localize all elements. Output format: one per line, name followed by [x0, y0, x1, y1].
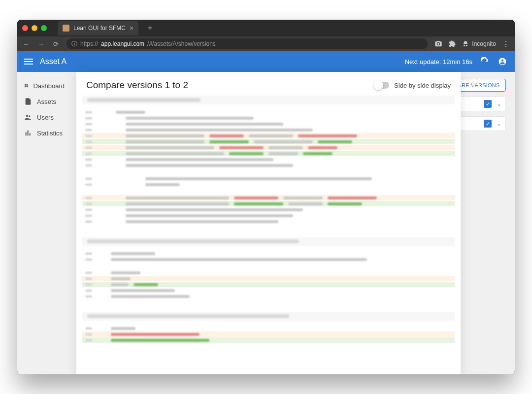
maximize-window-dot[interactable] [41, 25, 47, 31]
sidebar-item-dashboard[interactable]: Dashboard [17, 78, 71, 94]
tab-title: Lean GUI for SFMC [73, 25, 126, 32]
sidebar-label: Assets [37, 98, 56, 105]
minimize-window-dot[interactable] [32, 25, 37, 31]
diff-line [82, 163, 455, 168]
diff-lines [82, 251, 455, 299]
reload-button[interactable]: ⟳ [52, 40, 60, 48]
svg-rect-1 [27, 84, 28, 85]
checkbox-checked[interactable]: ✓ [484, 120, 492, 128]
browser-toolbar: ← → ⟳ ⓘ https://app.leangui.com/#/assets… [17, 36, 515, 51]
page-title: Asset A [40, 57, 66, 66]
new-tab-button[interactable]: + [144, 23, 156, 33]
sidebar-item-statistics[interactable]: Statistics [17, 125, 71, 141]
diff-line-removed [82, 276, 455, 281]
diff-lines [82, 326, 455, 343]
svg-rect-6 [26, 132, 27, 136]
compare-versions-modal: ✕ Compare versions 1 to 2 Side by side d… [76, 72, 461, 374]
url-path: /#/assets/A/show/versions [147, 40, 216, 47]
extensions-icon[interactable] [448, 40, 456, 48]
app-content: Dashboard Assets Users Statistics ARE VE… [17, 72, 515, 374]
address-bar[interactable]: ⓘ https://app.leangui.com/#/assets/A/sho… [66, 38, 428, 49]
browser-right-controls: Incognito ⋮ [434, 39, 510, 49]
svg-rect-3 [25, 86, 26, 87]
modal-header: Compare versions 1 to 2 Side by side dis… [76, 72, 461, 96]
window-controls [22, 25, 47, 31]
svg-rect-0 [25, 84, 26, 86]
svg-rect-2 [27, 85, 28, 87]
browser-tabstrip: Lean GUI for SFMC × + [17, 20, 515, 36]
diff-line-added [82, 151, 455, 156]
menu-icon[interactable] [24, 59, 33, 65]
next-update-label: Next update: 12min 16s [405, 58, 472, 66]
sidebar: Dashboard Assets Users Statistics [17, 72, 71, 374]
url-host: app.leangui.com [101, 40, 144, 47]
sidebar-item-users[interactable]: Users [17, 109, 71, 125]
sidebar-label: Statistics [37, 130, 63, 137]
diff-line-removed [82, 195, 455, 200]
diff-line-removed [82, 145, 455, 150]
close-window-dot[interactable] [22, 25, 28, 31]
camera-icon[interactable] [434, 40, 442, 48]
diff-line-removed [82, 133, 455, 138]
account-icon[interactable] [497, 56, 508, 67]
diff-line [82, 257, 455, 262]
diff-line [82, 251, 455, 256]
diff-hunk-header [82, 96, 455, 104]
diff-line-added [82, 139, 455, 144]
diff-line [82, 207, 455, 212]
app-topbar: Asset A Next update: 12min 16s [17, 51, 515, 72]
sidebar-label: Dashboard [33, 82, 65, 90]
checkbox-checked[interactable]: ✓ [484, 100, 492, 108]
diff-line [82, 176, 455, 181]
browser-window: Lean GUI for SFMC × + ← → ⟳ ⓘ https://ap… [17, 20, 515, 374]
browser-tab[interactable]: Lean GUI for SFMC × [58, 21, 138, 35]
diff-line-added [82, 201, 455, 206]
close-icon[interactable]: ✕ [471, 75, 482, 90]
diff-line-added [82, 282, 455, 287]
svg-rect-7 [28, 131, 29, 136]
diff-line [82, 219, 455, 224]
svg-point-5 [29, 115, 30, 117]
side-by-side-toggle[interactable]: Side by side display [374, 82, 451, 89]
incognito-indicator[interactable]: Incognito [462, 40, 496, 47]
back-button[interactable]: ← [22, 40, 30, 48]
browser-menu-icon[interactable]: ⋮ [502, 39, 510, 49]
diff-line [82, 270, 455, 275]
diff-line [82, 127, 455, 132]
diff-line [82, 326, 455, 331]
svg-rect-8 [30, 133, 31, 136]
refresh-button[interactable] [479, 56, 490, 67]
tab-favicon [63, 25, 69, 32]
chevron-down-icon[interactable]: ⌄ [497, 100, 501, 107]
diff-line [82, 294, 455, 299]
diff-line [82, 157, 455, 162]
diff-line-added [82, 337, 455, 343]
toggle-label: Side by side display [394, 82, 451, 89]
url-scheme: https:// [80, 40, 98, 47]
diff-line [82, 213, 455, 218]
diff-line-removed [82, 331, 455, 337]
diff-line [82, 288, 455, 293]
diff-line [82, 115, 455, 121]
close-tab-icon[interactable]: × [130, 24, 133, 32]
forward-button[interactable]: → [37, 40, 45, 48]
sidebar-item-assets[interactable]: Assets [17, 94, 71, 109]
diff-lines [82, 109, 455, 224]
chevron-down-icon[interactable]: ⌄ [497, 120, 501, 127]
svg-point-4 [26, 115, 28, 117]
diff-line [82, 109, 455, 115]
diff-hunk-header [82, 237, 455, 246]
diff-line [82, 121, 455, 127]
incognito-label: Incognito [472, 40, 496, 47]
secure-icon: ⓘ [71, 40, 77, 48]
diff-hunk-header [82, 312, 455, 321]
switch-off[interactable] [374, 82, 389, 89]
modal-title: Compare versions 1 to 2 [86, 80, 188, 91]
diff-line [82, 182, 455, 187]
sidebar-label: Users [37, 114, 54, 121]
diff-body [76, 96, 461, 374]
